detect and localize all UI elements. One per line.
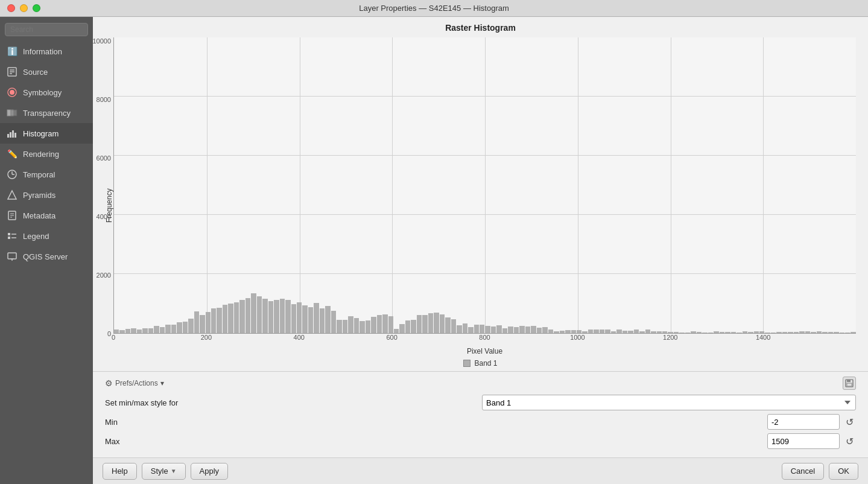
style-button[interactable]: Style ▼ [142,463,186,480]
qgis-server-icon [6,250,18,263]
bar-129 [851,332,855,333]
bar-87 [611,331,616,333]
prefs-row: ⚙ Prefs/Actions ▾ [105,377,856,390]
bar-109 [737,333,741,333]
sidebar-label-symbology: Symbology [23,88,62,97]
sidebar-item-qgis-server[interactable]: QGIS Server [0,246,93,267]
bar-19 [223,305,227,333]
sidebar-label-source: Source [23,68,48,77]
sidebar-item-histogram[interactable]: Histogram [0,123,93,144]
min-input[interactable] [767,414,840,430]
sidebar-item-pyramids[interactable]: Pyramids [0,185,93,205]
x-tick-200: 200 [201,334,212,341]
sidebar-item-symbology[interactable]: Symbology [0,82,93,103]
bar-79 [565,330,570,333]
bar-29 [280,299,285,333]
histogram-area: Raster Histogram Frequency 0 2000 4000 6… [93,17,868,371]
bar-54 [422,315,427,333]
search-input[interactable] [5,23,88,36]
sidebar-item-information[interactable]: ℹ️ Information [0,41,93,62]
prefs-icon: ⚙ [105,378,113,388]
bar-44 [366,320,370,333]
bar-89 [622,331,627,333]
svg-rect-9 [10,132,11,138]
bar-115 [771,333,776,333]
bar-49 [394,329,399,333]
prefs-actions-button[interactable]: ⚙ Prefs/Actions ▾ [105,378,164,388]
save-style-button[interactable] [843,377,856,390]
window-controls[interactable] [7,4,40,12]
apply-button[interactable]: Apply [191,463,229,480]
bar-78 [560,331,565,333]
sidebar-item-rendering[interactable]: ✏️ Rendering [0,144,93,164]
bar-121 [805,331,810,333]
maximize-button[interactable] [33,4,40,12]
rendering-icon: ✏️ [6,148,18,160]
bar-38 [331,311,336,333]
sidebar-label-pyramids: Pyramids [23,191,55,200]
bar-73 [531,326,536,333]
bar-25 [257,296,262,333]
symbology-icon [6,86,18,98]
bar-1 [119,330,124,333]
bar-123 [817,331,822,333]
bar-103 [702,333,707,333]
bar-35 [314,303,318,333]
set-minmax-row: Set min/max style for Band 1 [105,395,856,410]
sidebar-item-transparency[interactable]: Transparency [0,103,93,123]
histogram-icon [6,127,18,139]
controls-area: ⚙ Prefs/Actions ▾ Set min/max style for … [93,371,868,457]
bar-112 [754,331,759,333]
svg-marker-15 [8,191,16,199]
help-button[interactable]: Help [103,463,137,480]
bar-83 [588,330,593,333]
bar-120 [799,331,804,333]
legend-icon [6,230,18,242]
cancel-button[interactable]: Cancel [782,463,824,480]
sidebar-item-metadata[interactable]: Metadata [0,205,93,226]
sidebar-item-temporal[interactable]: Temporal [0,164,93,185]
bar-7 [154,326,159,333]
bar-43 [360,321,364,334]
bar-107 [725,332,730,333]
bar-106 [720,332,724,333]
sidebar-label-histogram: Histogram [23,129,59,138]
bar-90 [628,331,633,333]
bar-31 [291,304,296,333]
bar-77 [554,331,559,333]
sidebar-item-source[interactable]: Source [0,62,93,82]
bar-40 [343,320,347,333]
bar-66 [491,326,496,333]
bar-111 [748,332,753,333]
bar-46 [377,315,382,333]
svg-point-5 [10,90,14,95]
minimize-button[interactable] [20,4,28,12]
bar-126 [834,332,838,333]
ok-button[interactable]: OK [829,463,858,480]
bar-13 [188,319,193,333]
bar-57 [440,314,445,333]
svg-rect-28 [847,380,851,382]
max-reset-button[interactable]: ↺ [843,436,856,447]
close-button[interactable] [7,4,15,12]
source-icon [6,66,18,78]
bar-20 [228,304,233,333]
x-tick-1000: 1000 [570,334,584,341]
btn-group-right: Cancel OK [782,463,858,480]
bar-36 [320,308,325,333]
y-axis-label: Frequency [105,37,113,355]
min-reset-button[interactable]: ↺ [843,416,856,428]
bar-97 [668,332,673,333]
bar-105 [714,331,718,333]
information-icon: ℹ️ [6,45,18,57]
bar-98 [674,332,679,333]
bar-30 [285,300,290,333]
bar-34 [308,307,313,334]
band-select[interactable]: Band 1 [482,395,856,410]
bar-56 [434,313,439,333]
bar-100 [685,333,690,333]
bar-58 [445,317,450,333]
bar-27 [268,301,273,333]
sidebar-item-legend[interactable]: Legend [0,226,93,246]
max-input[interactable] [767,433,840,449]
